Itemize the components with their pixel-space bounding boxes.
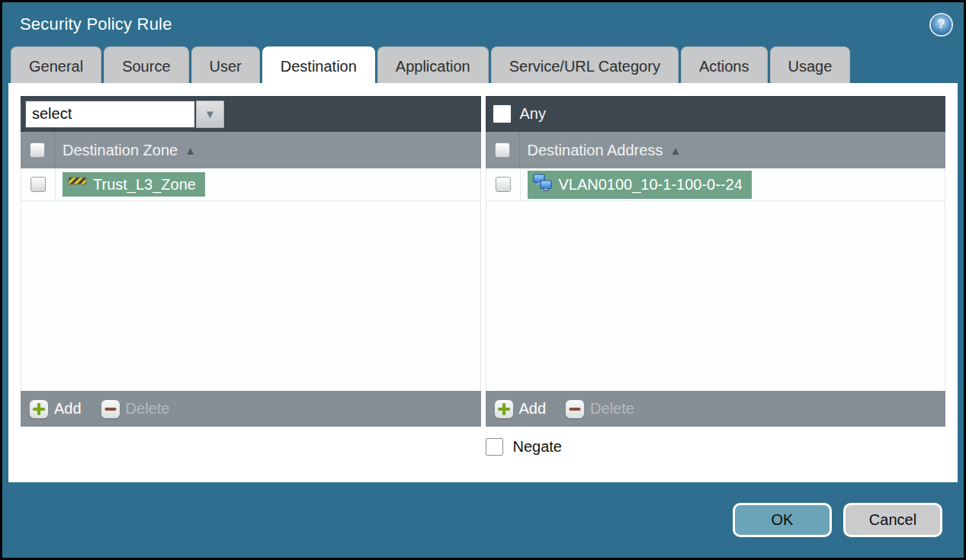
plus-icon: [495, 400, 513, 418]
tab-service-url-category[interactable]: Service/URL Category: [491, 46, 679, 83]
destination-tab-content: ▼ Destination Zone ▲: [8, 83, 958, 482]
zone-rows: Trust_L3_Zone: [21, 168, 481, 391]
ok-button[interactable]: OK: [733, 503, 832, 537]
tab-usage[interactable]: Usage: [770, 46, 851, 83]
zone-select-combo: ▼: [25, 101, 224, 128]
zone-column-title[interactable]: Destination Zone ▲: [55, 142, 196, 159]
delete-address-button[interactable]: Delete: [566, 400, 634, 418]
dialog-title: Security Policy Rule: [20, 14, 172, 34]
zone-select-input[interactable]: [25, 101, 194, 128]
add-address-button[interactable]: Add: [495, 400, 547, 418]
help-icon[interactable]: ?: [931, 14, 952, 35]
title-bar: Security Policy Rule ?: [2, 2, 964, 46]
negate-label: Negate: [513, 438, 563, 456]
address-entry[interactable]: VLAN0100_10-1-100-0--24: [528, 171, 752, 199]
tab-destination[interactable]: Destination: [262, 46, 375, 83]
cancel-button[interactable]: Cancel: [843, 503, 942, 537]
zone-toolbar: Add Delete: [21, 391, 481, 427]
table-row: Trust_L3_Zone: [21, 168, 480, 201]
tab-user[interactable]: User: [191, 46, 260, 83]
zone-panel-header: ▼: [21, 96, 481, 132]
zone-row-checkbox[interactable]: [30, 177, 46, 192]
sort-ascending-icon: ▲: [669, 145, 681, 156]
security-policy-rule-dialog: Security Policy Rule ? General Source Us…: [0, 0, 966, 560]
any-address-checkbox[interactable]: [493, 105, 511, 123]
address-panel-header: Any: [486, 96, 946, 132]
minus-icon: [101, 400, 120, 418]
zone-barrier-icon: [68, 175, 87, 194]
address-row-checkbox[interactable]: [496, 177, 511, 192]
address-entry-label: VLAN0100_10-1-100-0--24: [559, 176, 743, 194]
address-column-header: Destination Address ▲: [486, 132, 946, 168]
tab-general[interactable]: General: [11, 46, 101, 83]
select-all-addresses-checkbox[interactable]: [495, 142, 510, 158]
plus-icon: [30, 400, 48, 418]
sort-ascending-icon: ▲: [185, 145, 196, 156]
zone-entry-label: Trust_L3_Zone: [93, 176, 196, 194]
network-computers-icon: [533, 174, 553, 196]
destination-address-panel: Any Destination Address ▲: [486, 96, 946, 427]
any-label: Any: [520, 105, 546, 123]
address-rows: VLAN0100_10-1-100-0--24: [486, 168, 946, 391]
tab-application[interactable]: Application: [377, 46, 489, 83]
tab-bar: General Source User Destination Applicat…: [2, 46, 964, 83]
dialog-footer: OK Cancel: [2, 482, 964, 558]
negate-row: Negate: [486, 438, 946, 456]
minus-icon: [566, 400, 584, 418]
address-column-title[interactable]: Destination Address ▲: [520, 142, 682, 159]
zone-entry[interactable]: Trust_L3_Zone: [63, 172, 205, 197]
add-zone-button[interactable]: Add: [30, 400, 82, 418]
select-all-zones-checkbox[interactable]: [30, 142, 45, 158]
delete-zone-button[interactable]: Delete: [101, 400, 170, 418]
negate-checkbox[interactable]: [486, 438, 503, 456]
destination-zone-panel: ▼ Destination Zone ▲: [21, 96, 481, 427]
zone-select-dropdown-button[interactable]: ▼: [196, 101, 224, 128]
tab-actions[interactable]: Actions: [681, 46, 768, 83]
tab-source[interactable]: Source: [104, 46, 188, 83]
chevron-down-icon: ▼: [204, 107, 216, 120]
zone-column-header: Destination Zone ▲: [21, 132, 481, 168]
address-toolbar: Add Delete: [486, 391, 946, 427]
table-row: VLAN0100_10-1-100-0--24: [486, 168, 945, 201]
